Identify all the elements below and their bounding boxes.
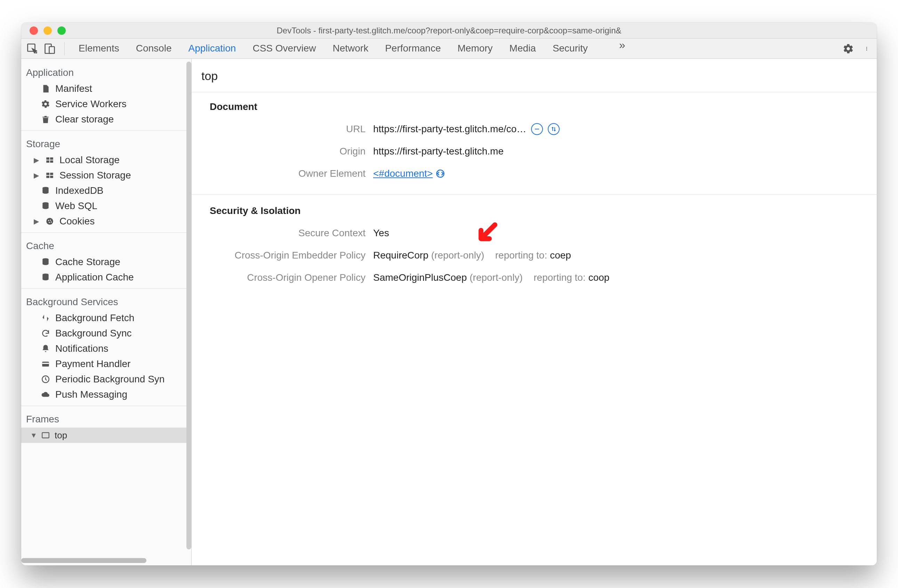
sidebar-item-label: Cache Storage (55, 256, 120, 268)
tab-network[interactable]: Network (332, 38, 369, 59)
page-title: top (192, 59, 877, 92)
frame-icon (40, 430, 51, 441)
svg-rect-11 (50, 172, 53, 175)
db-icon (40, 256, 51, 268)
svg-rect-2 (49, 47, 55, 54)
maximize-icon[interactable] (57, 26, 66, 35)
inspect-element-icon[interactable] (26, 42, 38, 55)
sidebar-item-label: Web SQL (55, 200, 97, 212)
sidebar-item-notifications[interactable]: Notifications (21, 341, 191, 356)
scrollbar-horizontal[interactable] (21, 556, 191, 565)
tab-security[interactable]: Security (552, 38, 589, 59)
tab-css-overview[interactable]: CSS Overview (252, 38, 317, 59)
chevron-down-icon: ▼ (30, 431, 37, 439)
secure-context-label: Secure Context (210, 228, 373, 239)
tabs-overflow-icon[interactable]: » (619, 38, 625, 59)
sidebar-section-frames: Frames (21, 409, 191, 428)
sync-icon (40, 328, 51, 339)
sidebar-item-web-sql[interactable]: Web SQL (21, 198, 191, 214)
sidebar-item-session-storage[interactable]: ▶ Session Storage (21, 168, 191, 183)
sidebar-item-label: Application Cache (55, 272, 134, 283)
sidebar-item-periodic-sync[interactable]: Periodic Background Syn (21, 372, 191, 387)
annotation-arrow-icon (474, 221, 502, 249)
coop-reporting-value: coop (589, 272, 610, 283)
sidebar-item-label: Background Fetch (55, 312, 134, 323)
tab-memory[interactable]: Memory (457, 38, 493, 59)
db-icon (40, 185, 51, 196)
updown-icon (40, 312, 51, 323)
sidebar-section-storage: Storage (21, 134, 191, 152)
svg-point-3 (866, 47, 867, 47)
sidebar-item-label: Local Storage (60, 154, 120, 166)
sidebar-item-background-fetch[interactable]: Background Fetch (21, 310, 191, 326)
tab-elements[interactable]: Elements (78, 38, 120, 59)
reveal-in-elements-icon[interactable] (435, 169, 445, 179)
section-heading: Security & Isolation (210, 205, 859, 216)
cookie-icon (44, 216, 55, 227)
coop-report-only-badge: (report-only) (469, 272, 522, 283)
open-in-network-icon[interactable] (548, 123, 560, 135)
url-label: URL (210, 123, 373, 135)
sidebar-item-local-storage[interactable]: ▶ Local Storage (21, 152, 191, 168)
svg-rect-26 (42, 433, 49, 438)
sidebar-item-label: Periodic Background Syn (55, 374, 165, 385)
traffic-lights (21, 26, 66, 35)
sidebar-item-label: top (55, 430, 67, 441)
svg-rect-12 (46, 176, 49, 178)
coep-value: RequireCorp (373, 250, 429, 261)
card-icon (40, 359, 51, 369)
sidebar-item-cookies[interactable]: ▶ Cookies (21, 214, 191, 229)
sidebar-item-push-messaging[interactable]: Push Messaging (21, 387, 191, 402)
sidebar-item-background-sync[interactable]: Background Sync (21, 326, 191, 341)
svg-point-4 (866, 48, 867, 49)
tab-console[interactable]: Console (135, 38, 172, 59)
coep-label: Cross-Origin Embedder Policy (210, 250, 373, 261)
open-in-sources-icon[interactable] (531, 123, 543, 135)
coep-reporting-value: coep (550, 250, 571, 261)
sidebar-item-label: Cookies (60, 216, 95, 227)
sidebar-item-indexeddb[interactable]: IndexedDB (21, 183, 191, 198)
bell-icon (40, 343, 51, 354)
db-icon (40, 200, 51, 212)
tab-media[interactable]: Media (509, 38, 537, 59)
owner-element-link[interactable]: <#document> (373, 168, 433, 179)
sidebar-item-application-cache[interactable]: Application Cache (21, 269, 191, 285)
sidebar-item-label: Service Workers (55, 99, 127, 109)
tab-application[interactable]: Application (188, 38, 237, 60)
svg-rect-9 (50, 160, 53, 163)
svg-point-17 (48, 220, 49, 221)
sidebar-item-clear-storage[interactable]: Clear storage (21, 112, 191, 127)
sidebar-item-cache-storage[interactable]: Cache Storage (21, 254, 191, 269)
sidebar-section-cache: Cache (21, 236, 191, 254)
close-icon[interactable] (29, 26, 38, 35)
svg-point-19 (49, 222, 50, 223)
trash-icon (40, 114, 51, 125)
sidebar-item-frame-top[interactable]: ▼ top (21, 428, 191, 443)
sidebar-item-manifest[interactable]: Manifest (21, 81, 191, 96)
sidebar-item-service-workers[interactable]: Service Workers (21, 96, 191, 112)
device-toolbar-icon[interactable] (43, 42, 56, 55)
svg-rect-7 (50, 157, 53, 160)
origin-value: https://first-party-test.glitch.me (373, 146, 504, 157)
devtools-toolbar: Elements Console Application CSS Overvie… (21, 38, 877, 59)
db-icon (40, 272, 51, 283)
tab-performance[interactable]: Performance (384, 38, 441, 59)
sidebar-item-label: Manifest (55, 83, 92, 94)
coop-label: Cross-Origin Opener Policy (210, 272, 373, 283)
minimize-icon[interactable] (43, 26, 52, 35)
kebab-menu-icon[interactable] (866, 43, 870, 54)
settings-icon[interactable] (843, 43, 854, 54)
window-title: DevTools - first-party-test.glitch.me/co… (277, 26, 621, 35)
svg-rect-13 (50, 176, 53, 178)
sidebar-section-background: Background Services (21, 292, 191, 310)
svg-point-5 (866, 49, 867, 50)
svg-point-16 (46, 218, 53, 225)
coop-reporting-label: reporting to: (534, 272, 585, 283)
scrollbar-vertical[interactable] (186, 62, 191, 550)
devtools-tabs: Elements Console Application CSS Overvie… (78, 38, 625, 59)
sidebar-item-payment-handler[interactable]: Payment Handler (21, 356, 191, 372)
coep-report-only-badge: (report-only) (431, 250, 484, 261)
url-value: https://first-party-test.glitch.me/co… (373, 123, 526, 135)
cloud-icon (40, 389, 51, 400)
svg-rect-6 (46, 157, 49, 160)
